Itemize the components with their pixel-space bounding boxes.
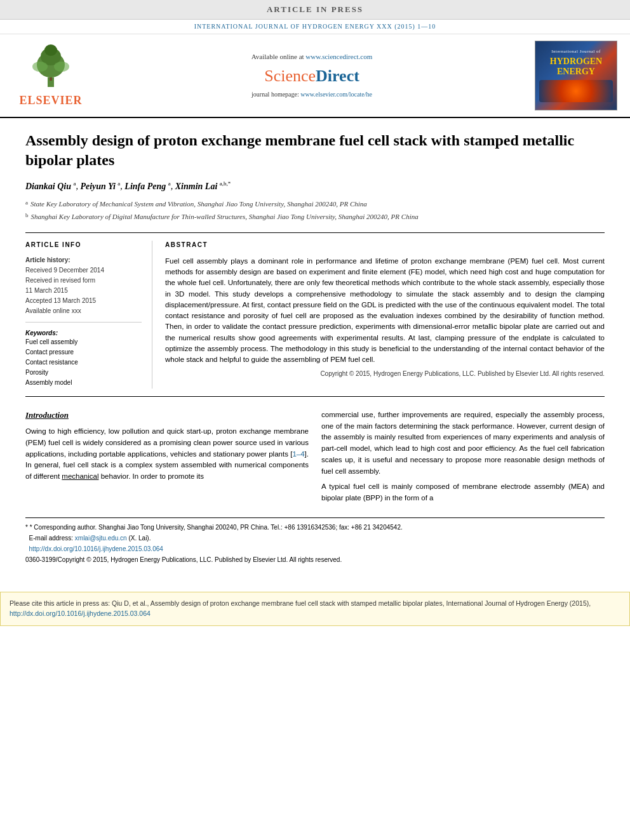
header-center: Available online at www.sciencedirect.co… (95, 41, 528, 110)
footnote-corresponding-text: * Corresponding author. Shanghai Jiao To… (30, 524, 403, 531)
paper-title: Assembly design of proton exchange membr… (25, 131, 605, 170)
affiliation-a: a State Key Laboratory of Mechanical Sys… (25, 199, 605, 210)
journal-cover-area: International Journal of HYDROGENENERGY (535, 41, 617, 110)
intro-p1: Owing to high efficiency, low pollution … (25, 426, 309, 483)
article-info-abstract-section: ARTICLE INFO Article history: Received 9… (25, 241, 605, 389)
keyword-4: Porosity (25, 368, 142, 377)
body-two-col: Introduction Owing to high efficiency, l… (25, 410, 605, 508)
intro-right-text: commercial use, further improvements are… (321, 410, 605, 504)
body-left-col: Introduction Owing to high efficiency, l… (25, 410, 309, 508)
footnote-email-label: E-mail address: (29, 535, 73, 542)
elsevier-tree-icon (22, 43, 79, 90)
header-section: ELSEVIER Available online at www.science… (0, 34, 630, 118)
author-3: Linfa Peng (124, 181, 166, 190)
divider-keywords (25, 322, 142, 323)
keyword-3: Contact resistance (25, 358, 142, 367)
divider-1 (25, 232, 605, 233)
sciencedirect-logo: ScienceDirect (95, 65, 528, 88)
authors-line: Diankai Qiu a, Peiyun Yi a, Linfa Peng a… (25, 180, 605, 192)
journal-cover-image: International Journal of HYDROGENENERGY (535, 41, 617, 110)
affil-letter-b: b (25, 211, 29, 222)
abstract-paragraph: Fuel cell assembly plays a dominant role… (165, 256, 605, 366)
sciencedirect-url[interactable]: www.sciencedirect.com (305, 53, 372, 60)
history-item-1: Received 9 December 2014 (25, 266, 142, 275)
footnote-email: E-mail address: xmlai@sjtu.edu.cn (X. La… (25, 534, 605, 543)
main-content: Assembly design of proton exchange membr… (0, 118, 630, 579)
footnote-email-address[interactable]: xmlai@sjtu.edu.cn (75, 535, 127, 542)
ref-1-4[interactable]: 1–4 (292, 450, 304, 458)
author-3-sup: a (168, 180, 171, 187)
keywords-label: Keywords: (25, 329, 142, 338)
history-item-2: Received in revised form (25, 276, 142, 285)
svg-point-4 (44, 44, 57, 56)
article-info-column: ARTICLE INFO Article history: Received 9… (25, 241, 152, 389)
footnotes-section: * * Corresponding author. Shanghai Jiao … (25, 517, 605, 564)
citation-box: Please cite this article in press as: Qi… (0, 592, 630, 626)
intro-p3: A typical fuel cell is mainly composed o… (321, 481, 605, 504)
affil-letter-a: a (25, 199, 28, 210)
history-item-4: Accepted 13 March 2015 (25, 297, 142, 305)
svg-point-5 (32, 62, 48, 72)
svg-point-6 (54, 62, 69, 72)
body-right-col: commercial use, further improvements are… (321, 410, 605, 508)
article-in-press-banner: ARTICLE IN PRESS (0, 0, 630, 20)
footnote-issn: 0360-3199/Copyright © 2015, Hydrogen Ene… (25, 556, 605, 564)
intro-left-text: Owing to high efficiency, low pollution … (25, 426, 309, 483)
footnote-doi-link[interactable]: http://dx.doi.org/10.1016/j.ijhydene.201… (29, 545, 163, 552)
keyword-1: Fuel cell assembly (25, 338, 142, 347)
body-section: Introduction Owing to high efficiency, l… (25, 410, 605, 508)
history-item-3: 11 March 2015 (25, 286, 142, 295)
footnote-corresponding: * * Corresponding author. Shanghai Jiao … (25, 523, 605, 532)
available-online-text: Available online at www.sciencedirect.co… (95, 52, 528, 62)
affil-a-text: State Key Laboratory of Mechanical Syste… (30, 199, 367, 210)
divider-2 (25, 396, 605, 397)
abstract-text: Fuel cell assembly plays a dominant role… (165, 256, 605, 379)
keyword-2: Contact pressure (25, 348, 142, 357)
article-history: Article history: Received 9 December 201… (25, 256, 142, 316)
history-item-5: Available online xxx (25, 307, 142, 316)
history-label: Article history: (25, 256, 142, 265)
author-2: Peiyun Yi (80, 181, 115, 190)
abstract-copyright: Copyright © 2015, Hydrogen Energy Public… (165, 369, 605, 378)
introduction-heading: Introduction (25, 410, 309, 421)
abstract-column: ABSTRACT Fuel cell assembly plays a domi… (165, 241, 605, 389)
abstract-heading: ABSTRACT (165, 241, 605, 250)
affiliation-b: b Shanghai Key Laboratory of Digital Man… (25, 211, 605, 222)
keywords-section: Keywords: Fuel cell assembly Contact pre… (25, 329, 142, 387)
elsevier-wordmark: ELSEVIER (19, 93, 82, 109)
author-1: Diankai Qiu (25, 181, 71, 190)
citation-doi-link[interactable]: http://dx.doi.org/10.1016/j.ijhydene.201… (10, 610, 151, 617)
footnote-email-name: (X. Lai). (128, 535, 151, 542)
footnote-doi: http://dx.doi.org/10.1016/j.ijhydene.201… (25, 545, 605, 554)
affil-b-text: Shanghai Key Laboratory of Digital Manuf… (31, 211, 419, 222)
author-2-sup: a (117, 180, 120, 187)
author-4: Xinmin Lai (175, 181, 218, 190)
journal-homepage-link[interactable]: www.elsevier.com/locate/he (300, 91, 372, 98)
intro-p2: commercial use, further improvements are… (321, 410, 605, 477)
journal-homepage-text: journal homepage: www.elsevier.com/locat… (95, 90, 528, 99)
article-info-heading: ARTICLE INFO (25, 241, 142, 250)
elsevier-logo: ELSEVIER (13, 41, 89, 110)
journal-title-bar: INTERNATIONAL JOURNAL OF HYDROGEN ENERGY… (0, 20, 630, 34)
author-1-sup: a (73, 180, 76, 187)
affiliations: a State Key Laboratory of Mechanical Sys… (25, 199, 605, 222)
author-4-sup: a,b,* (220, 180, 231, 187)
keyword-5: Assembly model (25, 378, 142, 387)
